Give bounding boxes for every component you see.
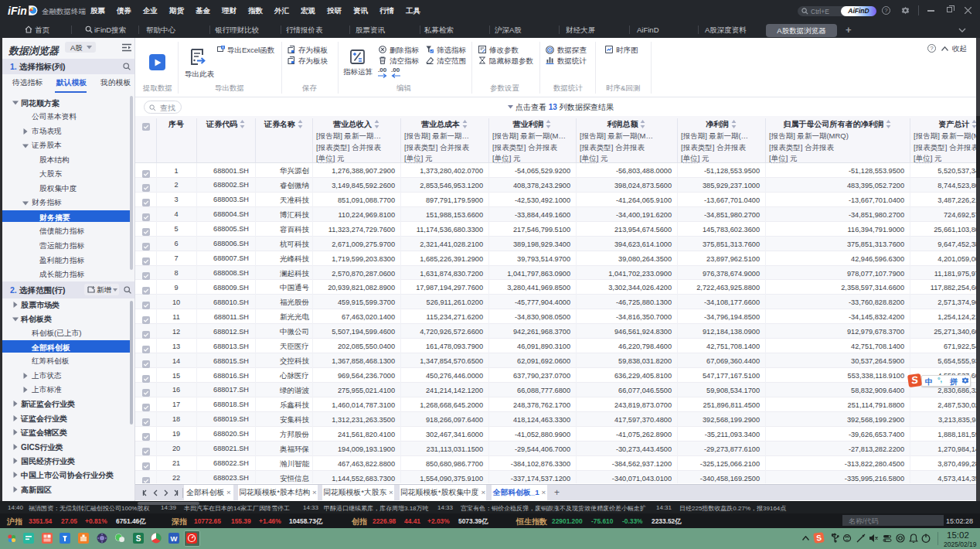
svg-text:W: W bbox=[171, 534, 178, 543]
svg-text:S: S bbox=[136, 534, 141, 543]
